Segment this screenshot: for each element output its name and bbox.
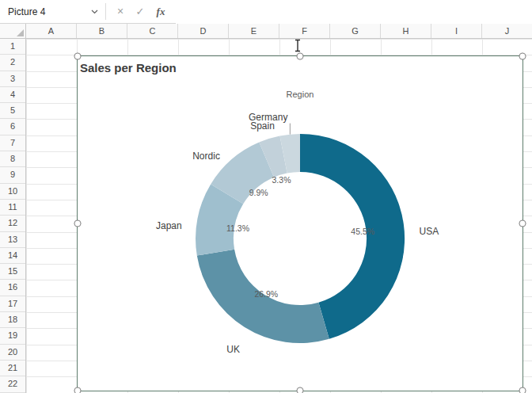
column-header-G[interactable]: G xyxy=(330,24,381,38)
column-header-B[interactable]: B xyxy=(77,24,127,38)
slice-pct-label: 11.3% xyxy=(226,223,249,233)
selected-picture[interactable]: Sales per Region Region 45.5%USA26.9%UK1… xyxy=(77,55,523,391)
slice-label: Germany xyxy=(249,112,287,123)
row-header-7[interactable]: 7 xyxy=(0,135,25,151)
row-header-9[interactable]: 9 xyxy=(0,167,25,183)
row-header-18[interactable]: 18 xyxy=(0,312,25,328)
select-all-triangle-icon xyxy=(17,29,24,36)
column-header-A[interactable]: A xyxy=(26,24,77,38)
slice-pct-label: 9.9% xyxy=(249,188,268,197)
slice-label: Nordic xyxy=(192,151,220,162)
row-header-1[interactable]: 1 xyxy=(0,39,25,55)
formula-input[interactable] xyxy=(176,1,532,24)
row-header-5[interactable]: 5 xyxy=(0,103,25,119)
slice-pct-label: 26.9% xyxy=(254,289,278,299)
slice-label: UK xyxy=(226,344,240,355)
row-header-13[interactable]: 13 xyxy=(0,232,25,248)
resize-handle-left[interactable] xyxy=(74,220,82,227)
chevron-down-icon[interactable] xyxy=(91,10,98,14)
column-header-E[interactable]: E xyxy=(229,24,279,38)
row-header-17[interactable]: 17 xyxy=(0,296,25,312)
enter-button[interactable]: ✓ xyxy=(131,0,150,23)
worksheet: ABCDEFGHIJ 12345678910111213141516171819… xyxy=(0,24,532,393)
column-header-C[interactable]: C xyxy=(127,24,178,38)
row-header-12[interactable]: 12 xyxy=(0,216,25,231)
formula-bar: Picture 4 × ✓ fx xyxy=(0,0,532,24)
row-header-19[interactable]: 19 xyxy=(0,328,25,344)
row-header-3[interactable]: 3 xyxy=(0,71,25,87)
row-header-10[interactable]: 10 xyxy=(0,184,25,200)
excel-window: Picture 4 × ✓ fx ABCDEFGHIJ 123456789101… xyxy=(0,0,532,393)
donut-chart: 45.5%USA26.9%UK11.3%Japan9.9%Nordic3.3%S… xyxy=(78,56,522,391)
row-header-15[interactable]: 15 xyxy=(0,264,25,280)
row-header-8[interactable]: 8 xyxy=(0,151,25,167)
resize-handle-bottom-right[interactable] xyxy=(519,387,526,393)
slice-pct-label: 3.3% xyxy=(272,175,291,185)
row-header-16[interactable]: 16 xyxy=(0,280,25,296)
resize-handle-right[interactable] xyxy=(519,220,526,227)
resize-handle-top-left[interactable] xyxy=(74,53,82,60)
row-header-21[interactable]: 21 xyxy=(0,361,25,376)
row-header-6[interactable]: 6 xyxy=(0,119,25,135)
name-box-value: Picture 4 xyxy=(8,6,91,17)
name-box[interactable]: Picture 4 xyxy=(0,0,105,23)
resize-handle-bottom[interactable] xyxy=(297,387,304,393)
resize-handle-top-right[interactable] xyxy=(519,53,526,60)
text-cursor-icon xyxy=(294,39,302,55)
select-all-corner[interactable] xyxy=(0,24,26,39)
formula-bar-divider xyxy=(105,3,106,20)
cancel-button[interactable]: × xyxy=(111,0,130,23)
row-header-2[interactable]: 2 xyxy=(0,55,25,71)
row-header-22[interactable]: 22 xyxy=(0,376,25,392)
column-headers: ABCDEFGHIJ xyxy=(26,24,532,39)
slice-pct-label: 45.5% xyxy=(351,227,374,236)
resize-handle-bottom-left[interactable] xyxy=(74,387,82,393)
column-header-H[interactable]: H xyxy=(381,24,431,38)
column-header-D[interactable]: D xyxy=(178,24,229,38)
row-header-14[interactable]: 14 xyxy=(0,248,25,264)
row-header-4[interactable]: 4 xyxy=(0,87,25,103)
column-header-I[interactable]: I xyxy=(431,24,482,38)
row-headers: 12345678910111213141516171819202122 xyxy=(0,39,26,393)
column-header-F[interactable]: F xyxy=(279,24,330,38)
insert-function-button[interactable]: fx xyxy=(150,0,171,23)
row-header-11[interactable]: 11 xyxy=(0,200,25,216)
row-header-20[interactable]: 20 xyxy=(0,345,25,361)
slice-label: Japan xyxy=(156,220,182,231)
slice-label: USA xyxy=(420,226,439,237)
column-header-J[interactable]: J xyxy=(482,24,532,38)
